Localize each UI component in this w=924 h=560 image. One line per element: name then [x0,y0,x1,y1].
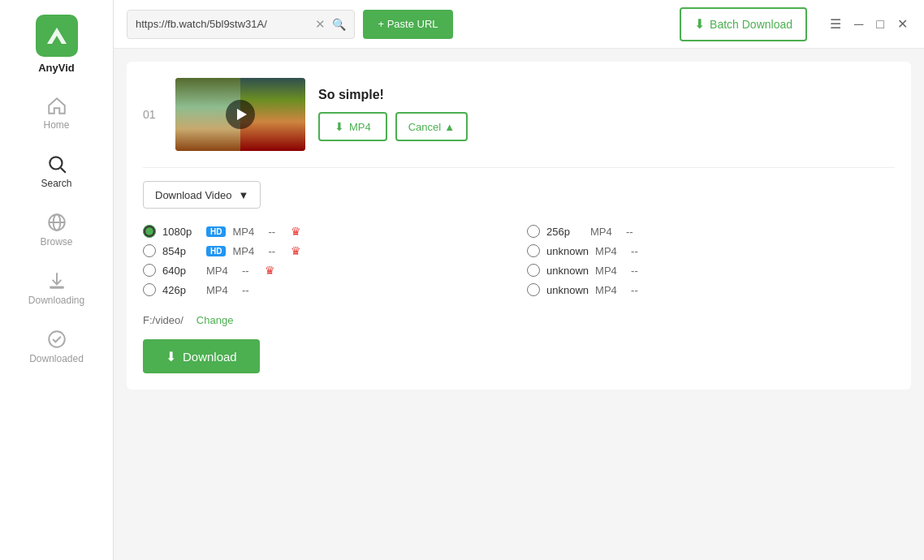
quality-row-256: 256p MP4 -- [527,222,895,241]
quality-radio-unk2[interactable] [527,264,540,277]
quality-radio-1080[interactable] [143,225,156,238]
size-label-1080: -- [268,226,284,238]
action-buttons: ⬇ MP4 Cancel ▲ [318,112,895,141]
format-label-unk3: MP4 [595,284,624,296]
sidebar-search-label: Search [41,178,71,189]
size-label-854: -- [268,245,284,257]
mp4-button[interactable]: ⬇ MP4 [318,112,387,141]
chevron-up-icon: ▲ [444,121,455,133]
content-area: 01 So simple! ⬇ MP4 [114,49,924,560]
download-button[interactable]: ⬇ Download [143,339,260,373]
hd-badge-1080: HD [206,226,226,237]
video-card: 01 So simple! ⬇ MP4 [127,62,911,390]
topbar: ✕ 🔍 + Paste URL ⬇ Batch Download ☰ ─ □ ✕ [114,0,924,49]
download-type-wrapper: Download Video ▼ [143,181,895,209]
save-path-row: F:/video/ Change [143,314,895,326]
main-area: ✕ 🔍 + Paste URL ⬇ Batch Download ☰ ─ □ ✕… [114,0,924,560]
minimize-button[interactable]: ─ [851,14,866,35]
quality-label-unk2: unknown [546,265,589,277]
quality-col-right: 256p MP4 -- unknown MP4 -- unknown MP4 [527,222,895,299]
svg-point-0 [50,157,62,169]
download-type-dropdown[interactable]: Download Video ▼ [143,181,261,209]
format-label-unk2: MP4 [595,265,624,277]
format-label-640: MP4 [206,265,235,277]
sidebar-item-downloading[interactable]: Downloading [0,259,113,317]
sidebar-item-home[interactable]: Home [0,84,113,142]
size-label-426: -- [242,284,258,296]
batch-download-button[interactable]: ⬇ Batch Download [680,7,807,41]
sidebar-home-label: Home [43,119,69,131]
quality-label-256: 256p [546,226,584,238]
quality-col-left: 1080p HD MP4 -- ♛ 854p HD MP4 -- ♛ [143,222,511,299]
quality-label-426: 426p [162,284,200,296]
quality-row-unk1: unknown MP4 -- [527,241,895,261]
quality-row-640: 640p MP4 -- ♛ [143,261,511,280]
video-info: So simple! ⬇ MP4 Cancel ▲ [318,88,895,141]
cancel-button[interactable]: Cancel ▲ [395,112,468,141]
crown-icon-854: ♛ [291,244,301,257]
crown-icon-640: ♛ [265,264,275,277]
quality-row-426: 426p MP4 -- [143,280,511,299]
sidebar-item-search[interactable]: Search [0,142,113,200]
quality-label-1080: 1080p [162,226,200,238]
size-label-unk1: -- [631,245,647,257]
format-label-854: MP4 [232,245,261,257]
video-row: 01 So simple! ⬇ MP4 [143,78,895,151]
video-number: 01 [143,108,162,121]
quality-radio-854[interactable] [143,244,156,257]
quality-label-unk3: unknown [546,284,589,296]
maximize-button[interactable]: □ [873,14,887,35]
quality-row-854: 854p HD MP4 -- ♛ [143,241,511,261]
url-search-icon: 🔍 [332,18,346,31]
size-label-640: -- [242,265,258,277]
video-thumbnail[interactable] [175,78,305,151]
chevron-down-icon: ▼ [238,189,248,201]
crown-icon-1080: ♛ [291,225,301,238]
quality-row-1080: 1080p HD MP4 -- ♛ [143,222,511,241]
url-clear-button[interactable]: ✕ [315,18,326,30]
sidebar-item-downloaded[interactable]: Downloaded [0,317,113,376]
size-label-unk2: -- [631,265,647,277]
quality-label-854: 854p [162,245,200,257]
svg-point-6 [49,331,65,347]
hd-badge-854: HD [206,246,226,256]
video-title: So simple! [318,88,895,102]
play-button[interactable] [226,100,255,129]
quality-grid: 1080p HD MP4 -- ♛ 854p HD MP4 -- ♛ [143,222,895,299]
download-icon: ⬇ [166,349,176,364]
size-label-unk3: -- [631,284,647,296]
url-input-wrapper: ✕ 🔍 [127,10,355,39]
window-controls: ☰ ─ □ ✕ [827,13,911,35]
sidebar-item-browse[interactable]: Browse [0,200,113,259]
save-path-label: F:/video/ [143,314,184,326]
logo-area: AnyVid [0,0,113,84]
svg-rect-5 [50,287,63,289]
format-label-256: MP4 [590,226,620,238]
quality-radio-426[interactable] [143,283,156,296]
size-label-256: -- [626,226,642,238]
change-path-link[interactable]: Change [196,314,234,326]
sidebar-downloaded-label: Downloaded [29,353,84,364]
sidebar-browse-label: Browse [40,236,72,248]
quality-row-unk2: unknown MP4 -- [527,261,895,280]
quality-label-unk1: unknown [546,245,589,257]
sidebar-downloading-label: Downloading [28,295,84,306]
close-button[interactable]: ✕ [894,13,911,35]
format-label-unk1: MP4 [595,245,624,257]
quality-radio-unk3[interactable] [527,283,540,296]
divider [143,167,895,168]
sidebar: AnyVid Home Search Browse Downloading [0,0,114,560]
format-label-1080: MP4 [232,226,261,238]
menu-button[interactable]: ☰ [827,13,844,35]
quality-row-unk3: unknown MP4 -- [527,280,895,299]
quality-radio-256[interactable] [527,225,540,238]
url-input[interactable] [136,18,309,30]
quality-radio-640[interactable] [143,264,156,277]
paste-url-button[interactable]: + Paste URL [363,10,452,39]
svg-line-1 [60,168,65,173]
quality-radio-unk1[interactable] [527,244,540,257]
app-logo-icon [36,15,78,57]
topbar-right: ⬇ Batch Download ☰ ─ □ ✕ [680,7,911,41]
quality-label-640: 640p [162,265,200,277]
app-name-label: AnyVid [38,62,75,74]
